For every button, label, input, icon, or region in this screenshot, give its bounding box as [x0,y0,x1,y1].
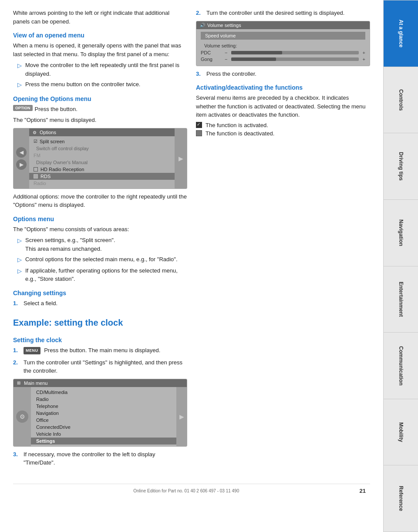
example-step-2: 2. Turn the controller until "Settings" … [13,358,187,375]
sidebar-tab-mobility[interactable]: Mobility [383,399,418,466]
menu-button-icon[interactable]: MENU [24,347,40,355]
vol-speed-title: Speed volume [201,32,365,40]
main-menu-item-settings[interactable]: Settings [31,438,176,444]
gear-icon: ⚙ [16,411,28,423]
step-2: 2. Turn the controller until the desired… [196,9,370,17]
vol-header: 🔊 Volume settings [196,21,370,29]
page-number: 21 [360,488,366,494]
nav-left-btn[interactable]: ◀ [16,147,27,158]
vol-body: Speed volume Volume setting: PDC − + [196,29,370,66]
main-menu-icon: ⊞ [17,380,20,385]
options-header-icon: ⚙ [33,130,37,135]
bullet-arrow-icon: ▷ [17,61,22,70]
options-item-hd-radio[interactable]: HD Radio Reception [29,166,175,173]
bullet-arrow-icon: ▷ [17,236,22,245]
vol-header-icon: 🔊 [200,23,205,27]
vol-pdc-row: PDC − + [201,50,365,55]
vol-minus-icon: − [225,50,227,55]
intro-paragraph: White arrows pointing to the left or rig… [13,9,187,26]
main-menu-screen: ⊞ Main menu ⚙ CD/Multimedia Radio [13,379,187,447]
nav-right-arrow-icon: ▶ [179,155,183,162]
empty-check-icon [34,174,38,178]
main-menu-item-connected[interactable]: ConnectedDrive [31,424,176,431]
sidebar-tab-driving-tips[interactable]: Driving tips [383,133,418,200]
main-menu-gear: ⚙ [13,387,31,446]
bullet-text: Press the menu button on the controller … [25,80,140,89]
example-step-2-text: Turn the controller until "Settings" is … [24,358,187,375]
vol-bar-gong [231,57,358,61]
vol-bar-pdc [231,51,358,54]
func-activated-text: The function is activated. [206,122,268,128]
options-item-display-manual[interactable]: Display Owner's Manual [29,159,175,166]
sidebar-tab-at-a-glance[interactable]: At a glance [383,0,418,67]
bullet-item-control-options: ▷ Control options for the selected main … [17,255,187,264]
step-2-text: Turn the controller until the desired se… [206,9,344,17]
option-button-label[interactable]: OPTION [13,105,33,111]
options-item-fm[interactable]: FM [29,152,175,159]
main-menu-item-cd[interactable]: CD/Multimedia [31,389,176,396]
main-menu-item-telephone[interactable]: Telephone [31,403,176,410]
sidebar-tab-navigation[interactable]: Navigation [383,200,418,266]
activating-heading: Activating/deactivating the functions [196,84,370,91]
func-deactivated-text: The function is deactivated. [206,130,274,137]
section-changing-settings-heading: Changing settings [13,290,187,296]
sidebar-tab-controls[interactable]: Controls [383,67,418,134]
additional-options-text: Additional options: move the controller … [13,192,187,209]
main-menu-item-navigation[interactable]: Navigation [31,410,176,417]
vol-minus-icon: − [225,57,227,62]
example-step-1: 1. MENU Press the button. The main menu … [13,346,187,355]
vol-pdc-label: PDC [201,50,225,55]
example-heading: Example: setting the clock [13,318,370,328]
step-1: 1. Select a field. [13,299,187,308]
func-activated-indicator: The function is activated. [196,122,370,128]
step-3-text: Press the controller. [206,70,256,78]
bullet-text: Control options for the selected main me… [25,255,178,264]
section-opened-menu-body: When a menu is opened, it generally open… [13,41,187,58]
vol-setting-label: Volume setting: [201,41,365,50]
vol-plus-icon: + [363,57,365,62]
main-menu-item-vehicle[interactable]: Vehicle Info [31,431,176,438]
main-menu-body: ⚙ CD/Multimedia Radio Telephone Navigati… [13,387,187,446]
empty-check-icon [34,167,38,172]
example-step-3: 3. If necessary, move the controller to … [13,450,187,467]
main-menu-header-label: Main menu [24,380,47,386]
sidebar-tab-reference[interactable]: Reference [383,465,418,532]
sidebar-tab-entertainment[interactable]: Entertainment [383,266,418,333]
vol-plus-icon: + [363,50,365,55]
func-deactivated-indicator: The function is deactivated. [196,130,370,137]
step-3: 3. Press the controller. [196,70,370,78]
example-step-1-text: Press the button. The main menu is displ… [44,347,160,354]
options-displayed-text: The "Options" menu is displayed. [13,116,187,125]
options-item-radio[interactable]: Radio [29,180,175,187]
main-menu-arrow-icon: ▶ [176,387,187,446]
step-1-text: Select a field. [24,299,57,308]
bullet-item: ▷ Press the menu button on the controlle… [17,80,187,89]
vol-gong-label: Gong [201,57,225,62]
bullet-text: If applicable, further operating options… [25,266,187,283]
sidebar-tab-communication[interactable]: Communication [383,333,418,399]
options-item-split-screen[interactable]: ☑ Split screen [29,138,175,145]
example-right-column [196,330,370,471]
options-item-switch-off[interactable]: Switch off control display [29,145,175,152]
vol-gong-row: Gong − + [201,57,365,62]
bullet-text: Screen settings, e.g., "Split screen".Th… [25,236,115,253]
left-column: White arrows pointing to the left or rig… [13,9,187,311]
options-header-label: Options [40,130,56,135]
bullet-item-applicable: ▷ If applicable, further operating optio… [17,266,187,283]
setting-clock-heading: Setting the clock [13,337,187,343]
check-filled-icon [196,122,202,128]
bullet-item: ▷ Move the controller to the left repeat… [17,61,187,78]
vol-header-label: Volume settings [207,23,241,28]
check-empty-icon [196,130,202,136]
example-step-3-text: If necessary, move the controller to the… [24,450,187,467]
options-item-rds[interactable]: RDS [29,173,175,180]
options-menu-text: The "Options" menu consists of various a… [13,225,187,234]
footer-text: Online Edition for Part no. 01 40 2 606 … [13,488,360,493]
section-opened-menu-heading: View of an opened menu [13,32,187,39]
nav-right-btn[interactable]: ▶ [16,159,27,170]
bullet-text: Move the controller to the left repeated… [25,61,187,78]
main-menu-item-radio[interactable]: Radio [31,396,176,403]
bullet-item-screen-settings: ▷ Screen settings, e.g., "Split screen".… [17,236,187,253]
right-column: 2. Turn the controller until the desired… [196,9,370,311]
main-menu-item-office[interactable]: Office [31,417,176,424]
